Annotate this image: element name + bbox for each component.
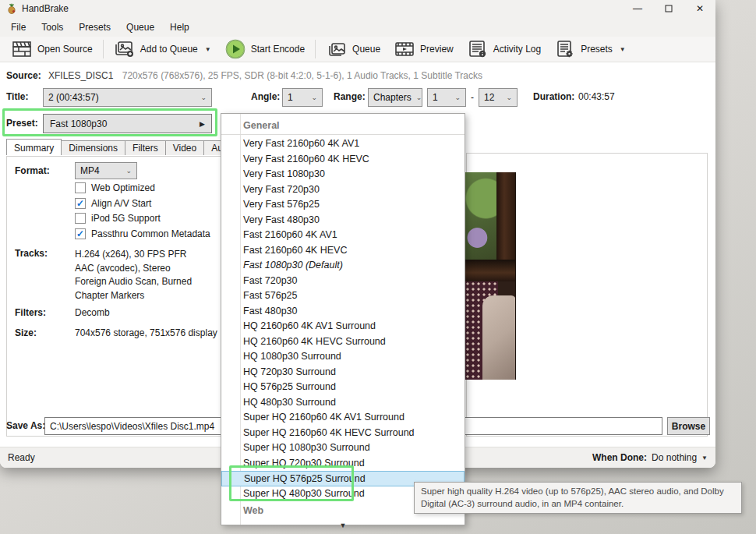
tab-video[interactable]: Video xyxy=(165,140,204,155)
range-type-value: Chapters xyxy=(373,92,412,103)
start-encode-button[interactable]: Start Encode xyxy=(218,37,312,62)
checkbox-checked-icon: ✓ xyxy=(75,198,86,209)
add-to-queue-button[interactable]: Add to Queue ▼ xyxy=(107,37,218,61)
when-done-control[interactable]: When Done: Do nothing ▼ xyxy=(592,452,708,463)
checkbox-passthru-common-metadata[interactable]: ✓ Passthru Common Metadata xyxy=(75,228,210,239)
preview-window-sill xyxy=(465,260,516,281)
checkbox-icon xyxy=(75,182,86,193)
arrow-right-icon: ▶ xyxy=(200,120,205,128)
checkbox-web-optimized[interactable]: Web Optimized xyxy=(75,182,155,193)
tracks-label: Tracks: xyxy=(15,248,48,259)
duration-label: Duration: xyxy=(533,91,574,102)
range-label: Range: xyxy=(334,91,366,102)
format-select[interactable]: MP4 ⌄ xyxy=(75,162,137,179)
preset-menu-item[interactable]: HQ 720p30 Surround xyxy=(221,365,465,380)
preset-menu-item[interactable]: Super HQ 720p30 Surround xyxy=(221,456,465,472)
activity-log-button[interactable]: Activity Log xyxy=(461,37,548,61)
tab-filters[interactable]: Filters xyxy=(125,140,166,155)
preset-menu-item[interactable]: Super HQ 2160p60 4K AV1 Surround xyxy=(221,410,465,426)
film-frame-icon xyxy=(394,40,415,58)
track-item: AAC (avcodec), Stereo xyxy=(75,262,192,276)
when-done-value: Do nothing xyxy=(652,452,697,463)
browse-button[interactable]: Browse xyxy=(667,417,710,435)
checkbox-label: Passthru Common Metadata xyxy=(91,228,210,239)
title-select-value: 2 (00:43:57) xyxy=(48,92,99,103)
preset-menu-item[interactable]: Super HQ 1080p30 Surround xyxy=(221,440,465,456)
checkbox-icon xyxy=(75,213,86,224)
queue-button[interactable]: Queue xyxy=(319,37,387,61)
chevron-down-icon: ⌄ xyxy=(306,94,317,101)
preset-menu-item[interactable]: Fast 720p30 xyxy=(221,274,465,289)
title-select[interactable]: 2 (00:43:57) ⌄ xyxy=(43,88,212,107)
chevron-down-icon: ⌄ xyxy=(196,94,207,101)
queue-label: Queue xyxy=(352,44,380,55)
save-as-label: Save As: xyxy=(6,420,45,431)
preset-menu-item[interactable]: Very Fast 1080p30 xyxy=(221,167,465,182)
tab-summary[interactable]: Summary xyxy=(6,139,62,155)
preset-menu-item[interactable]: Very Fast 720p30 xyxy=(221,182,465,198)
source-details: 720x576 (768x576), 25 FPS, SDR (8-bit 4:… xyxy=(122,70,482,81)
preview-label: Preview xyxy=(420,44,454,55)
filters-label: Filters: xyxy=(15,307,46,318)
chevron-down-icon[interactable]: ▼ xyxy=(620,46,626,53)
preset-tooltip: Super high quality H.264 video (up to 57… xyxy=(414,482,742,514)
window-title: HandBrake xyxy=(22,3,69,14)
log-document-icon xyxy=(468,40,488,58)
menu-queue[interactable]: Queue xyxy=(118,19,162,36)
range-to-select[interactable]: 12 ⌄ xyxy=(479,88,518,107)
toolbar-separator xyxy=(315,40,316,58)
menu-help[interactable]: Help xyxy=(162,19,197,36)
preset-menu-item[interactable]: Very Fast 480p30 xyxy=(221,213,465,228)
tab-dimensions[interactable]: Dimensions xyxy=(61,140,125,155)
filters-value: Decomb xyxy=(75,307,110,318)
preset-menu-item-default[interactable]: Fast 1080p30 (Default) xyxy=(221,258,465,274)
preset-menu-item[interactable]: Very Fast 576p25 xyxy=(221,197,465,213)
play-circle-icon xyxy=(225,39,246,59)
presets-gear-icon xyxy=(555,40,575,58)
preset-menu-item[interactable]: HQ 576p25 Surround xyxy=(221,380,465,395)
source-name: XFILES_DISC1 xyxy=(48,70,113,81)
menu-file[interactable]: File xyxy=(3,19,34,36)
preset-menu-item[interactable]: Fast 2160p60 4K AV1 xyxy=(221,228,465,243)
chevron-down-icon[interactable]: ▼ xyxy=(205,46,211,53)
preset-menu-item[interactable]: Super HQ 2160p60 4K HEVC Surround xyxy=(221,426,465,441)
preset-menu-item[interactable]: HQ 1080p30 Surround xyxy=(221,349,465,365)
range-from-select[interactable]: 1 ⌄ xyxy=(427,88,466,107)
close-icon[interactable]: ✕ xyxy=(684,0,715,17)
chevron-down-icon: ⌄ xyxy=(501,94,512,101)
checkbox-label: Align A/V Start xyxy=(91,198,151,209)
preset-menu-item[interactable]: Very Fast 2160p60 4K AV1 xyxy=(221,136,465,152)
source-row: Source: XFILES_DISC1 720x576 (768x576), … xyxy=(6,70,482,81)
range-from-value: 1 xyxy=(433,92,438,103)
preset-menu-item[interactable]: Fast 2160p60 4K HEVC xyxy=(221,243,465,259)
maximize-icon[interactable] xyxy=(653,0,684,17)
scroll-down-icon[interactable]: ▼ xyxy=(221,519,465,529)
open-source-button[interactable]: Open Source xyxy=(5,37,100,61)
checkbox-align-av-start[interactable]: ✓ Align A/V Start xyxy=(75,198,151,209)
preview-button[interactable]: Preview xyxy=(387,37,461,61)
preset-menu-item[interactable]: HQ 480p30 Surround xyxy=(221,395,465,411)
checkbox-ipod-5g-support[interactable]: iPod 5G Support xyxy=(75,213,161,224)
preset-menu-item[interactable]: Very Fast 2160p60 4K HEVC xyxy=(221,152,465,168)
preset-menu-item[interactable]: Fast 576p25 xyxy=(221,288,465,304)
angle-select[interactable]: 1 ⌄ xyxy=(282,88,323,107)
preset-select[interactable]: Fast 1080p30 ▶ xyxy=(43,114,212,133)
tracks-list: H.264 (x264), 30 FPS PFR AAC (avcodec), … xyxy=(75,248,192,302)
preset-label: Preset: xyxy=(6,118,38,129)
preset-menu-item[interactable]: Fast 480p30 xyxy=(221,304,465,320)
presets-button[interactable]: Presets ▼ xyxy=(548,37,633,61)
menu-tools[interactable]: Tools xyxy=(34,19,71,36)
range-separator: - xyxy=(471,92,474,103)
preset-select-value: Fast 1080p30 xyxy=(50,118,107,129)
range-type-select[interactable]: Chapters ⌄ xyxy=(368,88,422,107)
track-item: Foreign Audio Scan, Burned xyxy=(75,275,192,289)
checkbox-checked-icon: ✓ xyxy=(75,228,86,239)
source-label: Source: xyxy=(6,70,41,81)
preset-menu-item[interactable]: HQ 2160p60 4K AV1 Surround xyxy=(221,319,465,334)
minimize-icon[interactable]: — xyxy=(622,0,653,17)
angle-select-value: 1 xyxy=(288,92,293,103)
preset-menu-item[interactable]: HQ 2160p60 4K HEVC Surround xyxy=(221,334,465,350)
add-to-queue-label: Add to Queue xyxy=(140,44,198,55)
menu-presets[interactable]: Presets xyxy=(71,19,118,36)
when-done-label: When Done: xyxy=(592,452,647,463)
